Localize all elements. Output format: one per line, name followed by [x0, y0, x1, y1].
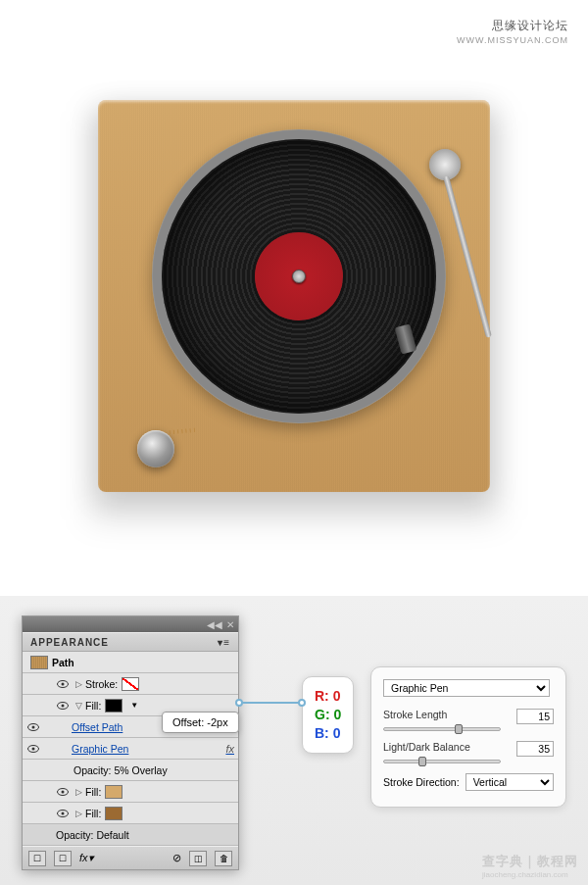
- tan-fill-swatch[interactable]: [105, 785, 122, 799]
- slider-thumb[interactable]: [418, 757, 426, 766]
- eye-icon[interactable]: [26, 720, 40, 734]
- swatch-dropdown-icon[interactable]: ▼: [130, 701, 138, 710]
- panel-collapse-icon[interactable]: ◀◀: [207, 619, 222, 630]
- stroke-length-slider[interactable]: [383, 727, 501, 731]
- watermark: 查字典｜教程网 jiaocheng.chazidian.com: [482, 853, 578, 879]
- illustration-preview-area: 思缘设计论坛 WWW.MISSYUAN.COM ııııııı: [0, 0, 588, 596]
- stroke-row[interactable]: ▷ Stroke:: [23, 673, 238, 695]
- watermark-main: 查字典｜教程网: [482, 854, 578, 868]
- fill-label: Fill:: [85, 808, 101, 819]
- connector-line: [239, 702, 302, 704]
- new-art-icon[interactable]: ☐: [28, 851, 46, 866]
- object-name: Path: [52, 657, 74, 668]
- clear-appearance-icon[interactable]: ⊘: [172, 852, 181, 864]
- svg-point-5: [32, 725, 35, 728]
- eye-icon[interactable]: [56, 785, 70, 799]
- appearance-panel: ◀◀ ✕ APPEARANCE ▾≡ Path ▷ Stroke: ▽ Fill…: [22, 615, 239, 870]
- light-dark-row: Light/Dark Balance: [383, 741, 554, 763]
- object-thumbnail: [30, 656, 48, 669]
- light-dark-slider[interactable]: [383, 760, 501, 763]
- turntable-illustration: ııııııı: [98, 100, 490, 492]
- spindle: [292, 270, 306, 283]
- light-dark-label: Light/Dark Balance: [383, 741, 479, 757]
- expand-triangle-icon[interactable]: ▷: [74, 787, 83, 797]
- connector-dot: [235, 699, 243, 707]
- brown-fill-swatch[interactable]: [105, 807, 122, 820]
- rgb-green-value: G: 0: [315, 706, 341, 724]
- effect-select[interactable]: Graphic Pen: [383, 679, 550, 697]
- panel-menu-icon[interactable]: APPEARANCE ▾≡: [23, 632, 238, 652]
- fx-dropdown-icon[interactable]: fx▾: [79, 852, 94, 864]
- opacity-overlay-label: Opacity: 5% Overlay: [74, 764, 168, 776]
- rgb-red-value: R: 0: [315, 687, 341, 706]
- panel-menu-icon[interactable]: ▾≡: [218, 637, 230, 647]
- watermark-sub: jiaocheng.chazidian.com: [482, 870, 578, 879]
- effect-settings-box: Graphic Pen Stroke Length Light/Dark Bal…: [370, 666, 566, 808]
- fill-label: Fill:: [85, 700, 101, 712]
- object-row[interactable]: Path: [23, 652, 238, 673]
- fill-brown-row[interactable]: ▷ Fill:: [23, 803, 238, 824]
- eye-icon[interactable]: [56, 699, 70, 713]
- svg-point-11: [62, 811, 65, 814]
- stroke-direction-label: Stroke Direction:: [383, 776, 460, 788]
- opacity-default-row[interactable]: Opacity: Default: [23, 824, 238, 846]
- light-dark-input[interactable]: [516, 741, 554, 757]
- reduce-icon[interactable]: ☐: [54, 851, 72, 866]
- delete-icon[interactable]: 🗑: [215, 851, 232, 866]
- svg-point-9: [62, 790, 65, 793]
- ui-panels-area: ◀◀ ✕ APPEARANCE ▾≡ Path ▷ Stroke: ▽ Fill…: [0, 596, 588, 885]
- panel-tab-bar: ◀◀ ✕: [23, 616, 238, 632]
- eye-icon[interactable]: [26, 742, 40, 756]
- stroke-direction-row: Stroke Direction: Vertical: [383, 773, 554, 791]
- slider-thumb[interactable]: [455, 724, 463, 734]
- svg-point-7: [32, 747, 35, 750]
- offset-tooltip: Offset: -2px: [162, 712, 239, 733]
- stroke-direction-select[interactable]: Vertical: [466, 773, 554, 791]
- fill-label: Fill:: [85, 786, 101, 798]
- graphic-pen-effect-row[interactable]: Graphic Pen fx: [23, 738, 238, 760]
- rgb-callout: R: 0 G: 0 B: 0: [302, 676, 354, 754]
- expand-triangle-icon[interactable]: ▷: [74, 809, 83, 818]
- offset-path-link[interactable]: Offset Path: [72, 721, 122, 733]
- eye-icon[interactable]: [56, 677, 70, 691]
- no-stroke-swatch[interactable]: [122, 677, 139, 691]
- opacity-overlay-row[interactable]: Opacity: 5% Overlay: [23, 760, 238, 781]
- fx-icon: fx: [225, 743, 234, 755]
- panel-close-icon[interactable]: ✕: [226, 619, 234, 630]
- eye-icon[interactable]: [56, 807, 70, 820]
- stroke-length-input[interactable]: [516, 709, 554, 724]
- appearance-panel-title: APPEARANCE: [30, 637, 109, 647]
- fill-tan-row[interactable]: ▷ Fill:: [23, 781, 238, 803]
- effect-name-row: Graphic Pen: [383, 679, 554, 697]
- graphic-pen-link[interactable]: Graphic Pen: [72, 743, 128, 755]
- opacity-default-label: Opacity: Default: [56, 829, 129, 841]
- appearance-panel-footer: ☐ ☐ fx▾ ⊘ ◫ 🗑: [23, 846, 238, 869]
- svg-point-1: [62, 682, 65, 685]
- stroke-length-row: Stroke Length: [383, 709, 554, 731]
- source-forum-title: 思缘设计论坛: [492, 18, 568, 34]
- expand-triangle-icon[interactable]: ▷: [74, 679, 83, 689]
- rgb-blue-value: B: 0: [315, 724, 341, 743]
- new-fill-icon[interactable]: ◫: [189, 851, 207, 866]
- collapse-triangle-icon[interactable]: ▽: [74, 701, 83, 711]
- offset-tooltip-text: Offset: -2px: [172, 716, 228, 728]
- stroke-label: Stroke:: [85, 678, 118, 690]
- source-url: WWW.MISSYUAN.COM: [457, 35, 568, 45]
- stroke-length-label: Stroke Length: [383, 709, 479, 724]
- svg-point-3: [62, 704, 65, 707]
- black-fill-swatch[interactable]: [105, 699, 122, 713]
- connector-dot: [298, 699, 306, 707]
